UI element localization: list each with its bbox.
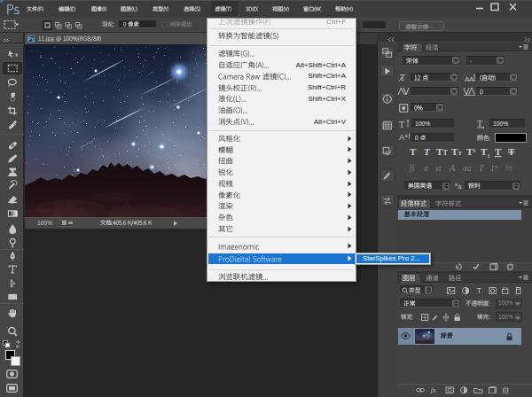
svg-text:T: T xyxy=(477,287,481,294)
svg-text:T: T xyxy=(424,146,431,157)
svg-text:T: T xyxy=(410,146,417,157)
svg-text:A: A xyxy=(469,74,474,82)
svg-text:T: T xyxy=(508,146,515,157)
svg-text:T: T xyxy=(443,149,449,157)
svg-text:T: T xyxy=(400,73,405,82)
svg-text:x: x xyxy=(385,150,387,155)
svg-text:T: T xyxy=(479,164,484,173)
svg-text:st: st xyxy=(495,164,498,169)
svg-text:a: a xyxy=(458,183,462,190)
svg-text:σ: σ xyxy=(424,164,428,173)
svg-text:aa: aa xyxy=(463,164,472,173)
svg-text:A: A xyxy=(399,133,404,142)
svg-text:1: 1 xyxy=(473,148,476,153)
svg-text:T: T xyxy=(495,146,502,157)
svg-text:½: ½ xyxy=(505,164,512,173)
svg-text:T: T xyxy=(477,119,482,128)
svg-text:A: A xyxy=(449,163,456,173)
svg-text:fi: fi xyxy=(410,164,415,173)
svg-text:T: T xyxy=(458,150,463,157)
svg-text:1: 1 xyxy=(488,152,490,158)
svg-text:fx: fx xyxy=(431,386,436,393)
svg-text:a: a xyxy=(405,133,409,138)
svg-text:T: T xyxy=(399,120,404,129)
svg-text:st: st xyxy=(435,164,442,173)
